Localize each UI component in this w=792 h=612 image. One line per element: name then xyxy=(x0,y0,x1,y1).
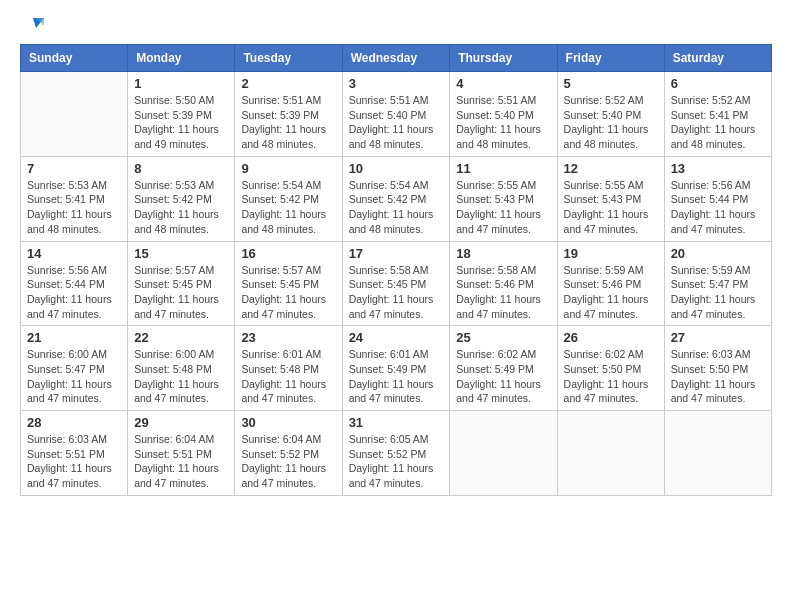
day-number: 17 xyxy=(349,246,444,261)
calendar-cell: 18Sunrise: 5:58 AM Sunset: 5:46 PM Dayli… xyxy=(450,241,557,326)
day-number: 14 xyxy=(27,246,121,261)
calendar-cell: 1Sunrise: 5:50 AM Sunset: 5:39 PM Daylig… xyxy=(128,72,235,157)
calendar-cell: 3Sunrise: 5:51 AM Sunset: 5:40 PM Daylig… xyxy=(342,72,450,157)
day-number: 11 xyxy=(456,161,550,176)
logo-bird-icon xyxy=(22,14,44,36)
calendar-cell: 26Sunrise: 6:02 AM Sunset: 5:50 PM Dayli… xyxy=(557,326,664,411)
day-number: 27 xyxy=(671,330,765,345)
calendar-cell: 6Sunrise: 5:52 AM Sunset: 5:41 PM Daylig… xyxy=(664,72,771,157)
day-number: 28 xyxy=(27,415,121,430)
day-number: 23 xyxy=(241,330,335,345)
day-info: Sunrise: 6:03 AM Sunset: 5:50 PM Dayligh… xyxy=(671,347,765,406)
day-number: 7 xyxy=(27,161,121,176)
day-number: 25 xyxy=(456,330,550,345)
calendar-cell: 19Sunrise: 5:59 AM Sunset: 5:46 PM Dayli… xyxy=(557,241,664,326)
calendar-cell: 23Sunrise: 6:01 AM Sunset: 5:48 PM Dayli… xyxy=(235,326,342,411)
day-number: 18 xyxy=(456,246,550,261)
day-info: Sunrise: 5:56 AM Sunset: 5:44 PM Dayligh… xyxy=(27,263,121,322)
calendar-week-row: 7Sunrise: 5:53 AM Sunset: 5:41 PM Daylig… xyxy=(21,156,772,241)
calendar-header-wednesday: Wednesday xyxy=(342,45,450,72)
day-number: 29 xyxy=(134,415,228,430)
day-info: Sunrise: 6:05 AM Sunset: 5:52 PM Dayligh… xyxy=(349,432,444,491)
calendar-cell: 11Sunrise: 5:55 AM Sunset: 5:43 PM Dayli… xyxy=(450,156,557,241)
calendar-header-row: SundayMondayTuesdayWednesdayThursdayFrid… xyxy=(21,45,772,72)
day-number: 6 xyxy=(671,76,765,91)
calendar-cell xyxy=(21,72,128,157)
calendar-cell: 30Sunrise: 6:04 AM Sunset: 5:52 PM Dayli… xyxy=(235,411,342,496)
day-info: Sunrise: 6:03 AM Sunset: 5:51 PM Dayligh… xyxy=(27,432,121,491)
day-info: Sunrise: 5:54 AM Sunset: 5:42 PM Dayligh… xyxy=(241,178,335,237)
calendar-header-saturday: Saturday xyxy=(664,45,771,72)
day-info: Sunrise: 5:59 AM Sunset: 5:47 PM Dayligh… xyxy=(671,263,765,322)
calendar-week-row: 1Sunrise: 5:50 AM Sunset: 5:39 PM Daylig… xyxy=(21,72,772,157)
calendar-cell: 16Sunrise: 5:57 AM Sunset: 5:45 PM Dayli… xyxy=(235,241,342,326)
calendar-cell: 24Sunrise: 6:01 AM Sunset: 5:49 PM Dayli… xyxy=(342,326,450,411)
day-info: Sunrise: 5:51 AM Sunset: 5:40 PM Dayligh… xyxy=(456,93,550,152)
calendar-cell: 4Sunrise: 5:51 AM Sunset: 5:40 PM Daylig… xyxy=(450,72,557,157)
day-number: 13 xyxy=(671,161,765,176)
calendar-header-friday: Friday xyxy=(557,45,664,72)
day-number: 20 xyxy=(671,246,765,261)
page-header xyxy=(20,16,772,34)
calendar-cell xyxy=(450,411,557,496)
day-number: 22 xyxy=(134,330,228,345)
day-info: Sunrise: 5:54 AM Sunset: 5:42 PM Dayligh… xyxy=(349,178,444,237)
day-info: Sunrise: 6:00 AM Sunset: 5:47 PM Dayligh… xyxy=(27,347,121,406)
calendar-header-monday: Monday xyxy=(128,45,235,72)
day-number: 21 xyxy=(27,330,121,345)
day-info: Sunrise: 5:55 AM Sunset: 5:43 PM Dayligh… xyxy=(564,178,658,237)
calendar-cell: 25Sunrise: 6:02 AM Sunset: 5:49 PM Dayli… xyxy=(450,326,557,411)
day-number: 12 xyxy=(564,161,658,176)
day-info: Sunrise: 5:53 AM Sunset: 5:41 PM Dayligh… xyxy=(27,178,121,237)
day-number: 4 xyxy=(456,76,550,91)
calendar-week-row: 28Sunrise: 6:03 AM Sunset: 5:51 PM Dayli… xyxy=(21,411,772,496)
day-info: Sunrise: 5:52 AM Sunset: 5:40 PM Dayligh… xyxy=(564,93,658,152)
day-number: 9 xyxy=(241,161,335,176)
day-number: 2 xyxy=(241,76,335,91)
calendar-header-thursday: Thursday xyxy=(450,45,557,72)
day-number: 3 xyxy=(349,76,444,91)
day-number: 19 xyxy=(564,246,658,261)
day-info: Sunrise: 6:02 AM Sunset: 5:49 PM Dayligh… xyxy=(456,347,550,406)
day-info: Sunrise: 5:58 AM Sunset: 5:46 PM Dayligh… xyxy=(456,263,550,322)
calendar-week-row: 21Sunrise: 6:00 AM Sunset: 5:47 PM Dayli… xyxy=(21,326,772,411)
calendar-cell: 10Sunrise: 5:54 AM Sunset: 5:42 PM Dayli… xyxy=(342,156,450,241)
calendar-cell: 31Sunrise: 6:05 AM Sunset: 5:52 PM Dayli… xyxy=(342,411,450,496)
calendar-cell: 21Sunrise: 6:00 AM Sunset: 5:47 PM Dayli… xyxy=(21,326,128,411)
day-info: Sunrise: 5:55 AM Sunset: 5:43 PM Dayligh… xyxy=(456,178,550,237)
day-number: 15 xyxy=(134,246,228,261)
calendar-table: SundayMondayTuesdayWednesdayThursdayFrid… xyxy=(20,44,772,496)
day-info: Sunrise: 5:52 AM Sunset: 5:41 PM Dayligh… xyxy=(671,93,765,152)
calendar-cell: 20Sunrise: 5:59 AM Sunset: 5:47 PM Dayli… xyxy=(664,241,771,326)
day-number: 5 xyxy=(564,76,658,91)
calendar-cell: 13Sunrise: 5:56 AM Sunset: 5:44 PM Dayli… xyxy=(664,156,771,241)
calendar-cell: 12Sunrise: 5:55 AM Sunset: 5:43 PM Dayli… xyxy=(557,156,664,241)
day-info: Sunrise: 6:04 AM Sunset: 5:51 PM Dayligh… xyxy=(134,432,228,491)
day-number: 24 xyxy=(349,330,444,345)
day-number: 1 xyxy=(134,76,228,91)
day-info: Sunrise: 6:01 AM Sunset: 5:48 PM Dayligh… xyxy=(241,347,335,406)
day-info: Sunrise: 5:58 AM Sunset: 5:45 PM Dayligh… xyxy=(349,263,444,322)
day-info: Sunrise: 5:59 AM Sunset: 5:46 PM Dayligh… xyxy=(564,263,658,322)
calendar-cell: 7Sunrise: 5:53 AM Sunset: 5:41 PM Daylig… xyxy=(21,156,128,241)
calendar-cell: 29Sunrise: 6:04 AM Sunset: 5:51 PM Dayli… xyxy=(128,411,235,496)
day-info: Sunrise: 6:01 AM Sunset: 5:49 PM Dayligh… xyxy=(349,347,444,406)
day-info: Sunrise: 5:51 AM Sunset: 5:39 PM Dayligh… xyxy=(241,93,335,152)
calendar-cell: 2Sunrise: 5:51 AM Sunset: 5:39 PM Daylig… xyxy=(235,72,342,157)
calendar-cell xyxy=(557,411,664,496)
day-number: 26 xyxy=(564,330,658,345)
calendar-cell: 17Sunrise: 5:58 AM Sunset: 5:45 PM Dayli… xyxy=(342,241,450,326)
calendar-cell xyxy=(664,411,771,496)
day-info: Sunrise: 6:04 AM Sunset: 5:52 PM Dayligh… xyxy=(241,432,335,491)
day-number: 8 xyxy=(134,161,228,176)
day-info: Sunrise: 5:57 AM Sunset: 5:45 PM Dayligh… xyxy=(134,263,228,322)
calendar-header-sunday: Sunday xyxy=(21,45,128,72)
day-info: Sunrise: 5:57 AM Sunset: 5:45 PM Dayligh… xyxy=(241,263,335,322)
calendar-header-tuesday: Tuesday xyxy=(235,45,342,72)
calendar-cell: 14Sunrise: 5:56 AM Sunset: 5:44 PM Dayli… xyxy=(21,241,128,326)
day-number: 30 xyxy=(241,415,335,430)
calendar-cell: 28Sunrise: 6:03 AM Sunset: 5:51 PM Dayli… xyxy=(21,411,128,496)
calendar-cell: 27Sunrise: 6:03 AM Sunset: 5:50 PM Dayli… xyxy=(664,326,771,411)
calendar-cell: 8Sunrise: 5:53 AM Sunset: 5:42 PM Daylig… xyxy=(128,156,235,241)
day-info: Sunrise: 5:50 AM Sunset: 5:39 PM Dayligh… xyxy=(134,93,228,152)
